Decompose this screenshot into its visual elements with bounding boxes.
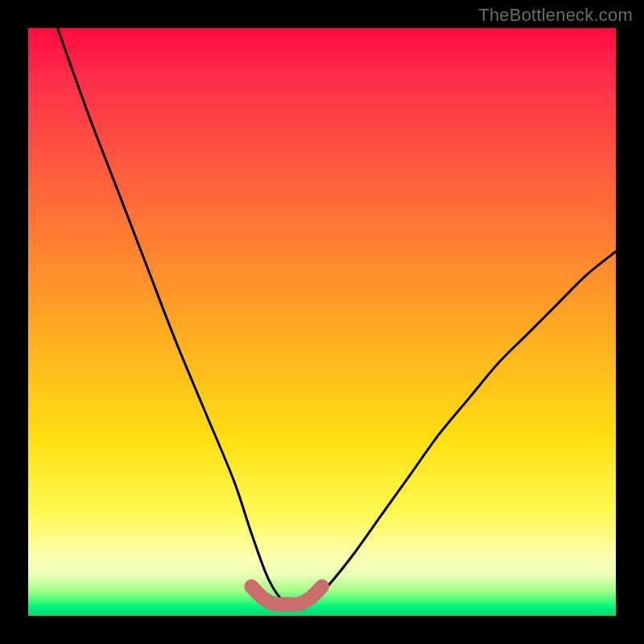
chart-svg bbox=[28, 28, 616, 616]
optimal-flat-segment bbox=[251, 587, 322, 605]
bottleneck-curve bbox=[58, 28, 617, 606]
attribution-text: TheBottleneck.com bbox=[478, 5, 633, 26]
chart-frame: TheBottleneck.com bbox=[0, 0, 644, 644]
plot-area bbox=[28, 28, 616, 616]
